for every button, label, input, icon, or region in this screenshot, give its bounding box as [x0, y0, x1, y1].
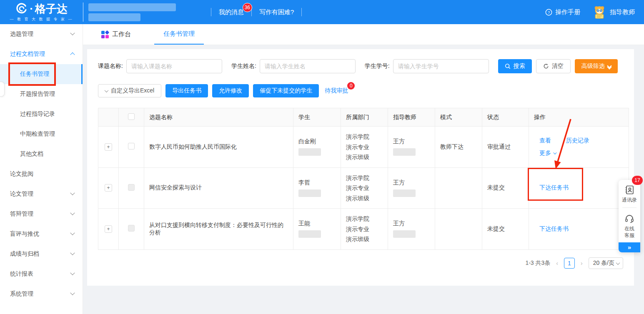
assign-taskbook-link[interactable]: 下达任务书: [539, 225, 569, 232]
student-name-label: 学生姓名:: [231, 62, 256, 70]
assign-taskbook-link[interactable]: 下达任务书: [539, 184, 569, 191]
sidebar-item-paper-management[interactable]: 论文管理: [0, 184, 83, 204]
tab-workbench[interactable]: 工作台: [100, 24, 133, 45]
table-row: + 网信安全探索与设计 李哲 演示学院演示专业演示班级 王方 未提交 下达任务书: [98, 167, 629, 209]
col-mode: 模式: [435, 108, 482, 127]
topic-name-input[interactable]: [126, 59, 222, 73]
sidebar-item-taskbook-management[interactable]: 任务书管理: [0, 64, 83, 84]
sidebar-item-process-docs[interactable]: 过程文档管理: [0, 44, 83, 64]
row-expand-button[interactable]: +: [105, 225, 112, 233]
teacher-cell: 王方: [388, 167, 435, 209]
sidebar-item-midterm-check[interactable]: 中期检查管理: [0, 124, 83, 144]
student-cell: 李哲: [293, 167, 341, 209]
topic-name-label: 课题名称:: [98, 62, 123, 70]
page-number[interactable]: 1: [564, 258, 575, 269]
taskbook-table: 选题名称 学生 所属部门 指导教师 模式 状态 操作 + 数字人民币如何助推人民…: [98, 108, 629, 250]
chevron-down-icon: [616, 261, 620, 265]
sidebar-item-statistics[interactable]: 统计报表: [0, 264, 83, 284]
support-widget: 17 通讯录 在线 客服 »: [619, 180, 640, 252]
online-service-button[interactable]: 在线 客服: [619, 209, 640, 242]
my-messages-link[interactable]: 我的消息 36: [219, 8, 244, 16]
manual-link[interactable]: ? 操作手册: [545, 8, 580, 16]
redacted-text-block: [88, 13, 140, 21]
operation-cell: 查看 历史记录 更多: [529, 127, 629, 168]
student-id-label: 学生学号:: [365, 62, 390, 70]
tab-bar: 工作台 任务书管理: [83, 24, 644, 45]
search-icon: [505, 63, 511, 69]
select-all-checkbox[interactable]: [128, 113, 135, 120]
sidebar-item-proposal-report[interactable]: 开题报告管理: [0, 84, 83, 104]
tab-taskbook-management[interactable]: 任务书管理: [154, 24, 204, 45]
custom-export-excel-button[interactable]: 自定义导出Excel: [98, 84, 161, 97]
advanced-filter-button[interactable]: 高级筛选: [575, 59, 618, 73]
app-header: · 格子达 — 教 育 大 数 据 专 家 — 我的消息 36 写作有困难? ?…: [0, 0, 644, 24]
chevron-down-icon: [70, 271, 75, 275]
student-cell: 白金刚: [293, 127, 341, 168]
urge-unsubmitted-button[interactable]: 催促下未提交的学生: [253, 84, 319, 97]
col-department: 所属部门: [341, 108, 388, 127]
clear-button[interactable]: 清空: [536, 59, 571, 73]
redacted-student-id: [298, 148, 321, 156]
search-button[interactable]: 搜索: [498, 59, 532, 73]
col-operation: 操作: [529, 108, 629, 127]
view-link[interactable]: 查看: [539, 137, 551, 145]
side-drawer-handle[interactable]: [0, 82, 5, 97]
sidebar-item-topic-management[interactable]: 选题管理: [0, 24, 83, 44]
row-expand-button[interactable]: +: [105, 184, 112, 192]
widget-collapse-button[interactable]: »: [619, 242, 640, 252]
sidebar-item-paper-review[interactable]: 论文批阅: [0, 164, 83, 184]
redacted-text-block: [88, 3, 176, 11]
prev-page-button[interactable]: ‹: [555, 260, 559, 267]
workbench-grid-icon: [101, 31, 109, 38]
brand-name: 格子达: [35, 3, 68, 14]
topic-name-cell: 从对口支援到横向转移支付制度：必要性及可行性的分析: [144, 209, 293, 250]
widget-count-badge: 17: [632, 176, 643, 185]
sidebar-item-other-docs[interactable]: 其他文档: [0, 144, 83, 164]
student-id-input[interactable]: [393, 59, 489, 73]
question-circle-icon: ?: [545, 9, 552, 16]
export-taskbook-button[interactable]: 导出任务书: [165, 84, 208, 97]
mode-cell: [435, 209, 482, 250]
table-header-row: 选题名称 学生 所属部门 指导教师 模式 状态 操作: [98, 108, 629, 127]
row-checkbox[interactable]: [128, 225, 135, 232]
action-toolbar: 自定义导出Excel 导出任务书 允许修改 催促下未提交的学生 待我审批 0: [98, 84, 629, 97]
chevron-down-icon: [70, 291, 75, 295]
redacted-teacher-id: [393, 230, 416, 238]
allow-modify-button[interactable]: 允许修改: [212, 84, 249, 97]
next-page-button[interactable]: ›: [580, 260, 584, 267]
header-divider: [83, 2, 83, 22]
topic-name-cell: 网信安全探索与设计: [144, 167, 293, 209]
page-size-select[interactable]: 20 条/页: [589, 257, 623, 269]
writing-help-link[interactable]: 写作有困难?: [259, 8, 294, 16]
sidebar-nav: 选题管理 过程文档管理 任务书管理 开题报告管理 过程指导记录 中期检查管理 其…: [0, 24, 83, 314]
sidebar-item-system-management[interactable]: 系统管理: [0, 284, 83, 304]
double-chevron-down-icon: [608, 64, 611, 69]
more-link[interactable]: 更多: [539, 150, 551, 157]
guide-teacher-role[interactable]: 指导教师: [592, 5, 635, 20]
pending-approval-link[interactable]: 待我审批 0: [325, 87, 348, 95]
student-name-input[interactable]: [260, 59, 356, 73]
content-card: 课题名称: 学生姓名: 学生学号: 搜索 清空 高级筛选: [87, 49, 634, 286]
nav-divider: [301, 8, 302, 16]
row-checkbox[interactable]: [128, 143, 135, 150]
redacted-student-id: [298, 230, 321, 238]
chevron-down-icon: [70, 191, 75, 195]
logo-g-swirl-icon: [15, 2, 28, 15]
row-expand-button[interactable]: +: [105, 143, 112, 151]
chevron-down-icon: [105, 88, 109, 92]
logo-dot: ·: [30, 3, 33, 14]
sidebar-item-grades-archive[interactable]: 成绩与归档: [0, 244, 83, 264]
col-student: 学生: [293, 108, 341, 127]
table-row: + 从对口支援到横向转移支付制度：必要性及可行性的分析 王能 演示学院演示专业演…: [98, 209, 629, 250]
brand-tagline: — 教 育 大 数 据 专 家 —: [10, 17, 73, 22]
department-cell: 演示学院演示专业演示班级: [341, 167, 388, 209]
sidebar-item-guidance-records[interactable]: 过程指导记录: [0, 104, 83, 124]
sidebar-item-blind-review[interactable]: 盲评与推优: [0, 224, 83, 244]
chevron-down-icon: [70, 231, 75, 235]
status-cell: 审批通过: [482, 127, 529, 168]
history-link[interactable]: 历史记录: [566, 137, 589, 145]
row-checkbox[interactable]: [128, 184, 135, 191]
chevron-up-icon: [70, 52, 75, 57]
user-info-redacted: [88, 3, 176, 21]
sidebar-item-defense-management[interactable]: 答辩管理: [0, 204, 83, 224]
